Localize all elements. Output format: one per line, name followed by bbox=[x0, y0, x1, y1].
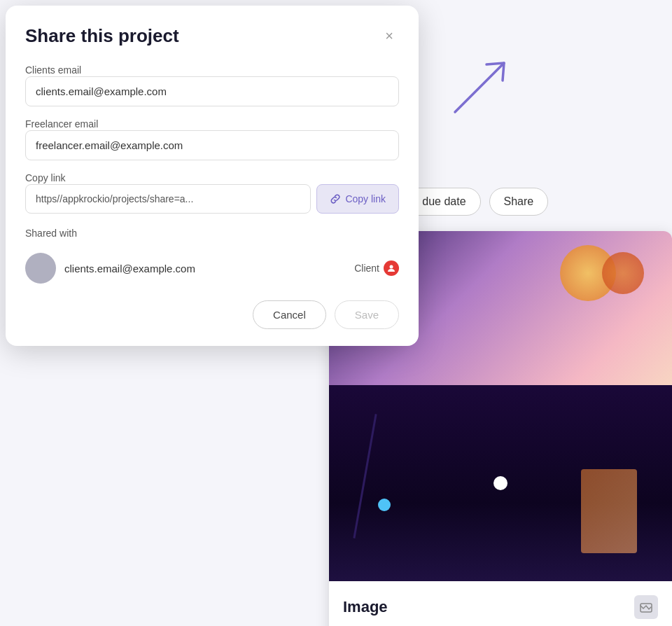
svg-point-3 bbox=[390, 265, 393, 269]
arrow-icon bbox=[434, 49, 518, 133]
shared-role: Client bbox=[354, 260, 399, 276]
copy-link-input[interactable] bbox=[25, 184, 311, 214]
share-modal: Share this project × Clients email Freel… bbox=[6, 6, 419, 346]
save-button[interactable]: Save bbox=[335, 300, 399, 329]
role-icon bbox=[384, 260, 399, 276]
freelancer-email-label: Freelancer email bbox=[25, 118, 98, 130]
shared-user-left: clients.email@example.com bbox=[25, 253, 195, 284]
modal-header: Share this project × bbox=[25, 25, 399, 47]
copy-link-row: Copy link bbox=[25, 184, 399, 214]
copy-link-label: Copy link bbox=[25, 172, 66, 183]
modal-title: Share this project bbox=[25, 25, 179, 47]
modal-overlay: Share this project × Clients email Freel… bbox=[0, 0, 420, 392]
image-title: Image bbox=[343, 598, 388, 616]
copy-link-button[interactable]: Copy link bbox=[316, 184, 399, 214]
link-icon bbox=[330, 193, 341, 204]
shared-user-row: clients.email@example.com Client bbox=[25, 247, 399, 289]
close-button[interactable]: × bbox=[379, 27, 399, 46]
modal-footer: Cancel Save bbox=[25, 300, 399, 329]
share-button[interactable]: Share bbox=[489, 188, 549, 216]
cancel-button[interactable]: Cancel bbox=[253, 300, 326, 329]
clients-email-input[interactable] bbox=[25, 76, 399, 106]
role-label: Client bbox=[354, 263, 379, 274]
freelancer-email-input[interactable] bbox=[25, 130, 399, 160]
clients-email-label: Clients email bbox=[25, 64, 81, 76]
shared-user-email: clients.email@example.com bbox=[64, 263, 195, 274]
copy-link-btn-label: Copy link bbox=[345, 193, 386, 204]
image-icon-btn[interactable] bbox=[634, 595, 658, 619]
avatar bbox=[25, 253, 56, 284]
shared-with-label: Shared with bbox=[25, 228, 399, 239]
